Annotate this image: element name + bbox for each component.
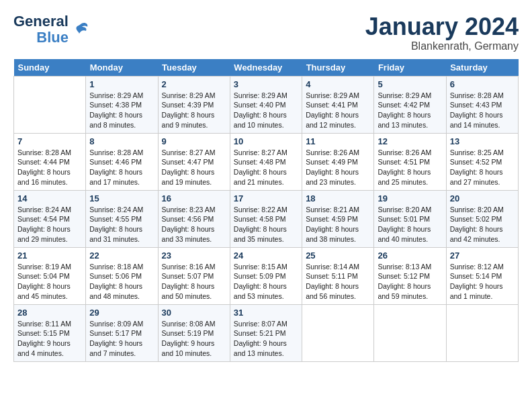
logo-blue: Blue <box>36 30 69 46</box>
day-number: 14 <box>17 193 82 203</box>
calendar-cell: 29Sunrise: 8:09 AM Sunset: 5:17 PM Dayli… <box>86 304 158 361</box>
weekday-header-wednesday: Wednesday <box>230 59 302 77</box>
calendar-week-row: 28Sunrise: 8:11 AM Sunset: 5:15 PM Dayli… <box>14 304 519 361</box>
calendar-cell: 17Sunrise: 8:22 AM Sunset: 4:58 PM Dayli… <box>230 190 302 247</box>
day-number: 26 <box>378 250 442 261</box>
day-number: 2 <box>162 79 226 89</box>
weekday-header-row: SundayMondayTuesdayWednesdayThursdayFrid… <box>14 59 519 77</box>
calendar-cell: 1Sunrise: 8:29 AM Sunset: 4:38 PM Daylig… <box>86 76 158 133</box>
calendar-cell: 4Sunrise: 8:29 AM Sunset: 4:41 PM Daylig… <box>302 76 374 133</box>
day-number: 16 <box>162 193 226 203</box>
calendar-cell: 10Sunrise: 8:27 AM Sunset: 4:48 PM Dayli… <box>230 133 302 190</box>
day-info: Sunrise: 8:29 AM Sunset: 4:40 PM Dayligh… <box>234 91 298 130</box>
calendar-cell: 27Sunrise: 8:12 AM Sunset: 5:14 PM Dayli… <box>446 247 518 304</box>
day-info: Sunrise: 8:23 AM Sunset: 4:56 PM Dayligh… <box>162 205 226 244</box>
calendar-cell: 24Sunrise: 8:15 AM Sunset: 5:09 PM Dayli… <box>230 247 302 304</box>
day-number: 4 <box>306 79 370 89</box>
day-info: Sunrise: 8:27 AM Sunset: 4:47 PM Dayligh… <box>162 148 226 187</box>
day-info: Sunrise: 8:22 AM Sunset: 4:58 PM Dayligh… <box>234 205 298 244</box>
weekday-header-sunday: Sunday <box>14 59 86 77</box>
calendar-week-row: 1Sunrise: 8:29 AM Sunset: 4:38 PM Daylig… <box>14 76 519 133</box>
day-number: 15 <box>89 193 154 203</box>
day-info: Sunrise: 8:28 AM Sunset: 4:44 PM Dayligh… <box>17 148 82 187</box>
calendar-table: SundayMondayTuesdayWednesdayThursdayFrid… <box>13 59 519 362</box>
day-info: Sunrise: 8:25 AM Sunset: 4:52 PM Dayligh… <box>450 148 515 187</box>
calendar-cell: 2Sunrise: 8:29 AM Sunset: 4:39 PM Daylig… <box>158 76 230 133</box>
day-number: 9 <box>162 136 226 146</box>
calendar-cell: 23Sunrise: 8:16 AM Sunset: 5:07 PM Dayli… <box>158 247 230 304</box>
calendar-cell <box>446 304 518 361</box>
weekday-header-thursday: Thursday <box>302 59 374 77</box>
day-info: Sunrise: 8:11 AM Sunset: 5:15 PM Dayligh… <box>17 319 82 359</box>
day-info: Sunrise: 8:29 AM Sunset: 4:42 PM Dayligh… <box>378 91 442 130</box>
month-title: January 2024 <box>365 13 519 40</box>
day-number: 6 <box>450 79 515 89</box>
calendar-cell: 13Sunrise: 8:25 AM Sunset: 4:52 PM Dayli… <box>446 133 518 190</box>
calendar-cell: 21Sunrise: 8:19 AM Sunset: 5:04 PM Dayli… <box>14 247 86 304</box>
day-number: 12 <box>378 136 442 146</box>
calendar-cell: 26Sunrise: 8:13 AM Sunset: 5:12 PM Dayli… <box>374 247 446 304</box>
day-number: 7 <box>17 136 82 146</box>
calendar-cell: 14Sunrise: 8:24 AM Sunset: 4:54 PM Dayli… <box>14 190 86 247</box>
day-info: Sunrise: 8:08 AM Sunset: 5:19 PM Dayligh… <box>162 319 226 359</box>
day-info: Sunrise: 8:14 AM Sunset: 5:11 PM Dayligh… <box>306 262 370 302</box>
day-info: Sunrise: 8:28 AM Sunset: 4:43 PM Dayligh… <box>450 91 515 130</box>
day-info: Sunrise: 8:15 AM Sunset: 5:09 PM Dayligh… <box>234 262 298 302</box>
day-number: 17 <box>234 193 298 203</box>
day-number: 29 <box>89 308 154 318</box>
day-number: 13 <box>450 136 515 146</box>
calendar-cell: 6Sunrise: 8:28 AM Sunset: 4:43 PM Daylig… <box>446 76 518 133</box>
title-area: January 2024 Blankenrath, Germany <box>365 13 519 52</box>
calendar-cell: 18Sunrise: 8:21 AM Sunset: 4:59 PM Dayli… <box>302 190 374 247</box>
calendar-cell: 7Sunrise: 8:28 AM Sunset: 4:44 PM Daylig… <box>14 133 86 190</box>
calendar-cell: 19Sunrise: 8:20 AM Sunset: 5:01 PM Dayli… <box>374 190 446 247</box>
day-number: 23 <box>162 250 226 261</box>
day-info: Sunrise: 8:29 AM Sunset: 4:38 PM Dayligh… <box>89 91 154 130</box>
day-number: 11 <box>306 136 370 146</box>
day-info: Sunrise: 8:24 AM Sunset: 4:55 PM Dayligh… <box>89 205 154 244</box>
day-number: 24 <box>234 250 298 261</box>
day-number: 20 <box>450 193 515 203</box>
logo-bird-icon <box>71 20 90 39</box>
day-info: Sunrise: 8:12 AM Sunset: 5:14 PM Dayligh… <box>450 262 515 302</box>
day-number: 1 <box>89 79 154 89</box>
day-info: Sunrise: 8:29 AM Sunset: 4:41 PM Dayligh… <box>306 91 370 130</box>
day-number: 18 <box>306 193 370 203</box>
day-info: Sunrise: 8:20 AM Sunset: 5:02 PM Dayligh… <box>450 205 515 244</box>
day-number: 10 <box>234 136 298 146</box>
calendar-cell: 25Sunrise: 8:14 AM Sunset: 5:11 PM Dayli… <box>302 247 374 304</box>
day-info: Sunrise: 8:28 AM Sunset: 4:46 PM Dayligh… <box>89 148 154 187</box>
calendar-cell: 30Sunrise: 8:08 AM Sunset: 5:19 PM Dayli… <box>158 304 230 361</box>
day-info: Sunrise: 8:24 AM Sunset: 4:54 PM Dayligh… <box>17 205 82 244</box>
day-info: Sunrise: 8:27 AM Sunset: 4:48 PM Dayligh… <box>234 148 298 187</box>
day-info: Sunrise: 8:19 AM Sunset: 5:04 PM Dayligh… <box>17 262 82 302</box>
day-info: Sunrise: 8:29 AM Sunset: 4:39 PM Dayligh… <box>162 91 226 130</box>
day-info: Sunrise: 8:26 AM Sunset: 4:51 PM Dayligh… <box>378 148 442 187</box>
day-number: 28 <box>17 308 82 318</box>
logo-general: General <box>13 13 69 30</box>
calendar-header: SundayMondayTuesdayWednesdayThursdayFrid… <box>14 59 519 77</box>
day-number: 5 <box>378 79 442 89</box>
calendar-cell: 28Sunrise: 8:11 AM Sunset: 5:15 PM Dayli… <box>14 304 86 361</box>
weekday-header-saturday: Saturday <box>446 59 518 77</box>
calendar-cell <box>374 304 446 361</box>
calendar-cell: 11Sunrise: 8:26 AM Sunset: 4:49 PM Dayli… <box>302 133 374 190</box>
calendar-cell: 22Sunrise: 8:18 AM Sunset: 5:06 PM Dayli… <box>86 247 158 304</box>
day-number: 25 <box>306 250 370 261</box>
calendar-cell: 16Sunrise: 8:23 AM Sunset: 4:56 PM Dayli… <box>158 190 230 247</box>
day-number: 21 <box>17 250 82 261</box>
calendar-cell: 3Sunrise: 8:29 AM Sunset: 4:40 PM Daylig… <box>230 76 302 133</box>
day-info: Sunrise: 8:16 AM Sunset: 5:07 PM Dayligh… <box>162 262 226 302</box>
day-info: Sunrise: 8:13 AM Sunset: 5:12 PM Dayligh… <box>378 262 442 302</box>
day-number: 3 <box>234 79 298 89</box>
calendar-cell: 15Sunrise: 8:24 AM Sunset: 4:55 PM Dayli… <box>86 190 158 247</box>
calendar-cell: 8Sunrise: 8:28 AM Sunset: 4:46 PM Daylig… <box>86 133 158 190</box>
calendar-cell: 5Sunrise: 8:29 AM Sunset: 4:42 PM Daylig… <box>374 76 446 133</box>
calendar-cell <box>14 76 86 133</box>
day-info: Sunrise: 8:21 AM Sunset: 4:59 PM Dayligh… <box>306 205 370 244</box>
weekday-header-friday: Friday <box>374 59 446 77</box>
page-header: General Blue January 2024 Blankenrath, G… <box>13 13 519 52</box>
day-number: 19 <box>378 193 442 203</box>
day-number: 27 <box>450 250 515 261</box>
calendar-cell: 9Sunrise: 8:27 AM Sunset: 4:47 PM Daylig… <box>158 133 230 190</box>
